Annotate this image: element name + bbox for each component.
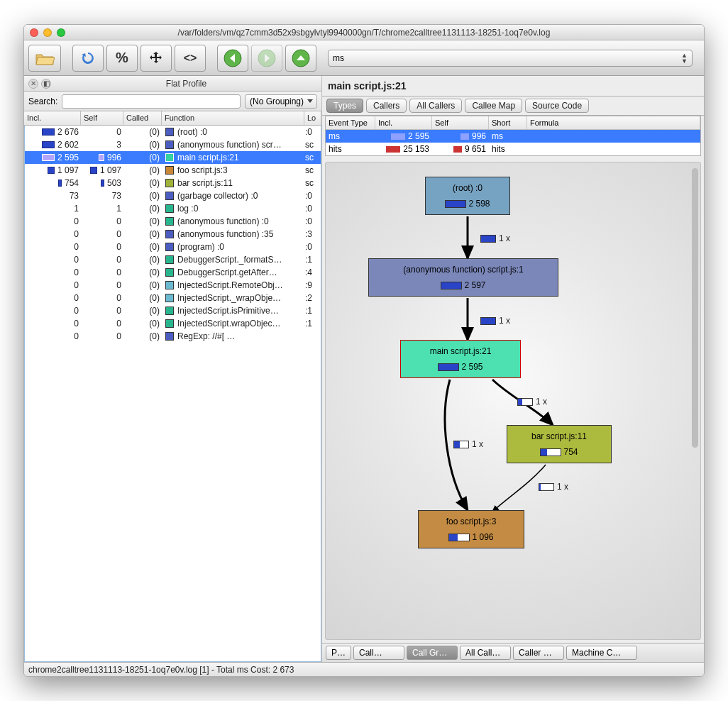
col-self[interactable]: Self xyxy=(81,111,123,125)
graph-edge-label: 1 x xyxy=(539,482,568,492)
table-row[interactable]: 00(0)(program) :0:0 xyxy=(25,241,321,253)
flat-profile-columns[interactable]: Incl. Self Called Function Lo xyxy=(24,111,321,126)
graph-scrollbar[interactable] xyxy=(692,168,698,634)
unit-select[interactable]: ms ▲▼ xyxy=(328,50,693,67)
toolbar: % <> ms ▲▼ xyxy=(24,40,704,76)
tab-types[interactable]: Types xyxy=(326,99,363,113)
color-swatch-icon xyxy=(165,319,174,328)
back-button[interactable] xyxy=(217,45,248,72)
close-panel-icon[interactable]: ✕ xyxy=(28,79,38,89)
graph-node[interactable]: main script.js:212 595 xyxy=(400,340,521,378)
table-row[interactable]: 2 6023(0)(anonymous function) scr…sc xyxy=(25,138,321,151)
up-button[interactable] xyxy=(285,45,316,72)
detail-title: main script.js:21 xyxy=(322,76,704,96)
move-cursor-button[interactable] xyxy=(140,45,172,72)
close-icon[interactable] xyxy=(30,28,38,37)
table-row[interactable]: 00(0)DebuggerScript.getAfter…:4 xyxy=(25,266,321,279)
window-title: /var/folders/vm/qz7cmm3d52x9sbgylvtyl994… xyxy=(65,28,698,38)
reload-button[interactable] xyxy=(72,45,104,72)
color-swatch-icon xyxy=(165,243,174,251)
th-short[interactable]: Short xyxy=(489,116,527,129)
window-titlebar[interactable]: /var/folders/vm/qz7cmm3d52x9sbgylvtyl994… xyxy=(24,25,704,40)
table-row[interactable]: 00(0)InjectedScript._wrapObje…:2 xyxy=(25,292,321,304)
graph-node[interactable]: bar script.js:11754 xyxy=(507,425,612,463)
col-location[interactable]: Lo xyxy=(304,111,321,125)
color-swatch-icon xyxy=(165,179,174,187)
bottom-tab[interactable]: Call Gr… xyxy=(407,646,458,660)
main-content: ✕ ◧ Flat Profile Search: (No Grouping) I… xyxy=(24,76,704,662)
open-button[interactable] xyxy=(28,45,61,72)
flat-profile-pane: ✕ ◧ Flat Profile Search: (No Grouping) I… xyxy=(24,76,322,662)
color-swatch-icon xyxy=(165,255,174,264)
bottom-tab[interactable]: P… xyxy=(326,646,351,660)
flat-profile-rows[interactable]: 2 6760(0)(root) :0:02 6023(0)(anonymous … xyxy=(24,126,321,662)
status-text: chrome2calltree1131113-18251-1oq7e0v.log… xyxy=(28,665,294,675)
grouping-value: (No Grouping) xyxy=(250,96,304,106)
col-function[interactable]: Function xyxy=(162,111,304,125)
tab-callers[interactable]: Callers xyxy=(366,99,407,113)
graph-node[interactable]: (root) :02 598 xyxy=(425,177,510,215)
forward-button[interactable] xyxy=(251,45,282,72)
th-formula[interactable]: Formula xyxy=(527,116,700,129)
zoom-icon[interactable] xyxy=(57,28,65,37)
flat-profile-title: Flat Profile xyxy=(55,79,317,89)
detach-panel-icon[interactable]: ◧ xyxy=(41,79,51,89)
th-incl[interactable]: Incl. xyxy=(375,116,432,129)
table-row[interactable]: 754503(0)bar script.js:11sc xyxy=(25,177,321,189)
table-row[interactable]: 00(0)InjectedScript.RemoteObj…:9 xyxy=(25,279,321,292)
table-row[interactable]: 1 0971 097(0)foo script.js:3sc xyxy=(25,164,321,177)
types-row[interactable]: ms2 595996ms xyxy=(326,130,700,143)
percent-button[interactable]: % xyxy=(106,45,138,72)
color-swatch-icon xyxy=(165,153,174,162)
col-incl[interactable]: Incl. xyxy=(24,111,81,125)
th-event-type[interactable]: Event Type xyxy=(326,116,375,129)
color-swatch-icon xyxy=(165,332,174,341)
search-row: Search: (No Grouping) xyxy=(24,92,321,111)
color-swatch-icon xyxy=(165,281,174,289)
unit-select-value: ms xyxy=(333,53,344,63)
tab-callee-map[interactable]: Callee Map xyxy=(465,99,522,113)
table-row[interactable]: 7373(0)(garbage collector) :0:0 xyxy=(25,189,321,202)
color-swatch-icon xyxy=(165,204,174,213)
table-row[interactable]: 00(0)(anonymous function) :0:0 xyxy=(25,215,321,228)
search-input[interactable] xyxy=(62,94,241,109)
bottom-tab[interactable]: Call… xyxy=(353,646,404,660)
types-row[interactable]: hits25 1539 651hits xyxy=(326,143,700,155)
table-row[interactable]: 11(0)log :0:0 xyxy=(25,202,321,215)
color-swatch-icon xyxy=(165,294,174,302)
table-row[interactable]: 00(0)(anonymous function) :35:3 xyxy=(25,228,321,241)
graph-node[interactable]: foo script.js:31 096 xyxy=(418,510,524,548)
grouping-select[interactable]: (No Grouping) xyxy=(245,94,317,109)
color-swatch-icon xyxy=(165,217,174,226)
table-row[interactable]: 00(0)InjectedScript.isPrimitive…:1 xyxy=(25,304,321,317)
angle-brackets-button[interactable]: <> xyxy=(175,45,206,72)
color-swatch-icon xyxy=(165,230,174,238)
detail-pane: main script.js:21 TypesCallersAll Caller… xyxy=(322,76,704,662)
bottom-tab[interactable]: All Call… xyxy=(460,646,511,660)
graph-node[interactable]: (anonymous function) script.js:12 597 xyxy=(368,258,558,297)
color-swatch-icon xyxy=(165,128,174,136)
table-row[interactable]: 2 595996(0)main script.js:21sc xyxy=(25,151,321,164)
app-window: /var/folders/vm/qz7cmm3d52x9sbgylvtyl994… xyxy=(23,24,705,677)
table-row[interactable]: 2 6760(0)(root) :0:0 xyxy=(25,126,321,138)
table-row[interactable]: 00(0)InjectedScript.wrapObjec…:1 xyxy=(25,317,321,330)
status-bar: chrome2calltree1131113-18251-1oq7e0v.log… xyxy=(24,662,704,676)
call-graph[interactable]: (root) :02 598(anonymous function) scrip… xyxy=(325,162,701,640)
color-swatch-icon xyxy=(165,307,174,315)
tab-all-callers[interactable]: All Callers xyxy=(409,99,462,113)
table-row[interactable]: 00(0)DebuggerScript._formatS…:1 xyxy=(25,253,321,266)
color-swatch-icon xyxy=(165,192,174,200)
color-swatch-icon xyxy=(165,166,174,175)
col-called[interactable]: Called xyxy=(123,111,162,125)
th-self[interactable]: Self xyxy=(432,116,489,129)
table-row[interactable]: 00(0)RegExp: //#[ … xyxy=(25,330,321,343)
bottom-tab[interactable]: Machine C… xyxy=(566,646,637,660)
graph-edge-label: 1 x xyxy=(480,233,510,243)
detail-tabs: TypesCallersAll CallersCallee MapSource … xyxy=(322,96,704,116)
tab-source-code[interactable]: Source Code xyxy=(525,99,589,113)
bottom-tab[interactable]: Caller … xyxy=(513,646,564,660)
graph-bottom-tabs: P…Call…Call Gr…All Call…Caller …Machine … xyxy=(322,643,704,662)
minimize-icon[interactable] xyxy=(43,28,52,37)
color-swatch-icon xyxy=(165,140,174,149)
traffic-lights xyxy=(30,28,65,37)
